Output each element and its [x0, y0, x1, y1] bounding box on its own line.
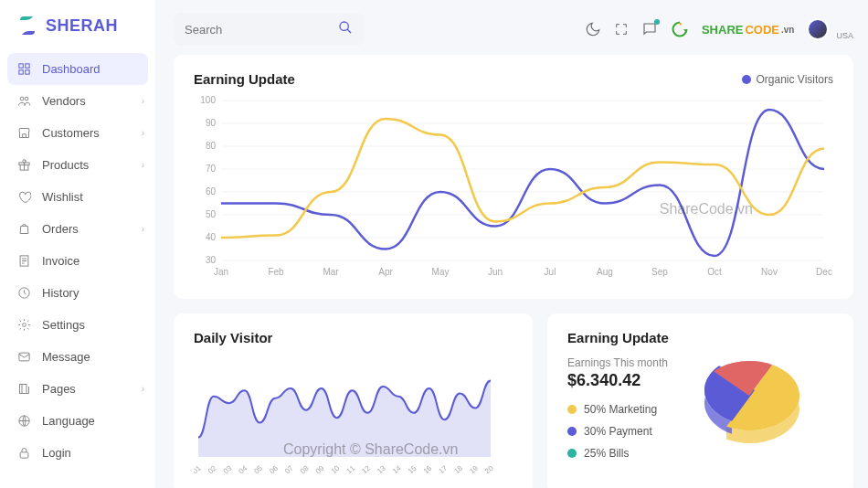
earnings-label: Earnings This month: [567, 356, 669, 369]
search-input[interactable]: [185, 23, 338, 37]
sidebar-item-login[interactable]: Login: [0, 437, 155, 469]
svg-text:Jul: Jul: [545, 267, 556, 277]
sidebar-item-label: Message: [42, 350, 90, 364]
svg-text:15: 15: [407, 463, 418, 473]
sidebar-item-label: Invoice: [42, 254, 79, 268]
legend-dot-icon: [742, 75, 751, 84]
invoice-icon: [16, 254, 31, 268]
svg-line-19: [347, 29, 351, 33]
fullscreen-icon[interactable]: [614, 22, 629, 37]
svg-text:07: 07: [283, 463, 295, 473]
search-box[interactable]: [174, 13, 364, 46]
legend-dot-icon: [567, 449, 577, 458]
sidebar-item-settings[interactable]: Settings: [0, 309, 155, 341]
svg-text:01: 01: [194, 463, 203, 473]
sidebar-item-label: History: [42, 286, 79, 300]
svg-text:50: 50: [206, 209, 217, 219]
svg-text:90: 90: [206, 118, 217, 128]
heart-icon: [16, 190, 31, 204]
brand-logo[interactable]: SHERAH: [0, 9, 155, 53]
legend-dot-icon: [567, 405, 577, 414]
svg-text:13: 13: [376, 463, 387, 473]
card-title: Earning Update: [194, 71, 295, 87]
svg-text:70: 70: [206, 164, 217, 174]
svg-text:16: 16: [422, 463, 434, 473]
earning-pie-chart: [685, 330, 813, 458]
svg-text:19: 19: [468, 463, 480, 473]
store-icon: [16, 126, 31, 140]
svg-text:40: 40: [206, 232, 217, 242]
svg-text:Dec: Dec: [816, 267, 832, 277]
svg-text:Jun: Jun: [488, 267, 503, 277]
sidebar-item-language[interactable]: Language: [0, 405, 155, 437]
sidebar-item-label: Language: [42, 414, 95, 428]
sidebar-item-invoice[interactable]: Invoice: [0, 245, 155, 277]
users-icon: [16, 94, 31, 108]
svg-text:20: 20: [483, 463, 495, 473]
chevron-right-icon: ›: [142, 96, 144, 106]
chevron-right-icon: ›: [142, 224, 144, 234]
card-title: Earning Update: [567, 330, 669, 345]
svg-rect-14: [18, 353, 28, 361]
notification-dot: [654, 19, 660, 25]
clock-icon: [16, 286, 31, 300]
sidebar-item-label: Vendors: [42, 94, 86, 108]
sidebar-item-wishlist[interactable]: Wishlist: [0, 181, 155, 213]
svg-text:11: 11: [345, 463, 357, 473]
svg-point-18: [340, 22, 348, 30]
sidebar-item-products[interactable]: Products›: [0, 149, 155, 181]
svg-text:18: 18: [452, 463, 464, 473]
sidebar: SHERAH DashboardVendors›Customers›Produc…: [0, 0, 155, 488]
dark-mode-icon[interactable]: [585, 21, 601, 37]
sidebar-item-label: Orders: [42, 222, 79, 236]
svg-text:Nov: Nov: [761, 267, 778, 277]
sidebar-item-label: Customers: [42, 126, 100, 140]
nav: DashboardVendors›Customers›Products›Wish…: [0, 53, 155, 469]
sidebar-item-history[interactable]: History: [0, 277, 155, 309]
svg-text:Feb: Feb: [268, 267, 284, 277]
sidebar-item-dashboard[interactable]: Dashboard: [7, 53, 148, 85]
search-icon[interactable]: [338, 20, 353, 38]
legend-label: 50% Marketing: [584, 403, 657, 416]
sidebar-item-vendors[interactable]: Vendors›: [0, 85, 155, 117]
sidebar-item-orders[interactable]: Orders›: [0, 213, 155, 245]
sidebar-item-label: Wishlist: [42, 190, 83, 204]
earning-pie-card: Earning Update Earnings This month $6.34…: [547, 313, 853, 488]
sidebar-item-label: Pages: [42, 382, 76, 396]
svg-text:80: 80: [206, 141, 217, 151]
logo-icon: [16, 15, 38, 37]
svg-text:60: 60: [206, 186, 217, 196]
avatar[interactable]: [807, 18, 829, 40]
sidebar-item-pages[interactable]: Pages›: [0, 373, 155, 405]
svg-text:100: 100: [200, 96, 216, 105]
lang-icon: [16, 414, 31, 428]
card-title: Daily Visitor: [194, 330, 513, 345]
chevron-right-icon: ›: [142, 384, 144, 394]
svg-text:06: 06: [268, 463, 280, 473]
bag-icon: [16, 222, 31, 236]
pie-legend-item: 30% Payment: [567, 425, 669, 438]
sidebar-item-label: Settings: [42, 318, 85, 332]
chat-icon[interactable]: [641, 21, 658, 37]
pages-icon: [16, 382, 31, 396]
gift-icon: [16, 158, 31, 172]
svg-text:12: 12: [360, 463, 372, 473]
msg-icon: [16, 350, 31, 364]
svg-text:09: 09: [314, 463, 326, 473]
sidebar-item-customers[interactable]: Customers›: [0, 117, 155, 149]
svg-rect-2: [18, 70, 22, 74]
sidebar-item-message[interactable]: Message: [0, 341, 155, 373]
legend-label: Organic Visitors: [757, 73, 833, 86]
sidebar-item-label: Products: [42, 158, 89, 172]
earning-update-card: Earning Update Organic Visitors 30405060…: [174, 55, 853, 299]
gear-icon: [16, 318, 31, 332]
svg-text:17: 17: [438, 463, 450, 473]
pie-legend: 50% Marketing30% Payment25% Bills: [567, 403, 669, 460]
sharecode-logo: SHARECODE.vn: [702, 23, 795, 37]
sidebar-item-label: Login: [42, 446, 71, 460]
svg-text:Oct: Oct: [707, 267, 722, 277]
svg-rect-1: [25, 64, 28, 68]
svg-text:30: 30: [206, 255, 217, 265]
svg-rect-15: [19, 385, 26, 394]
sharecode-refresh-icon: [671, 20, 689, 38]
